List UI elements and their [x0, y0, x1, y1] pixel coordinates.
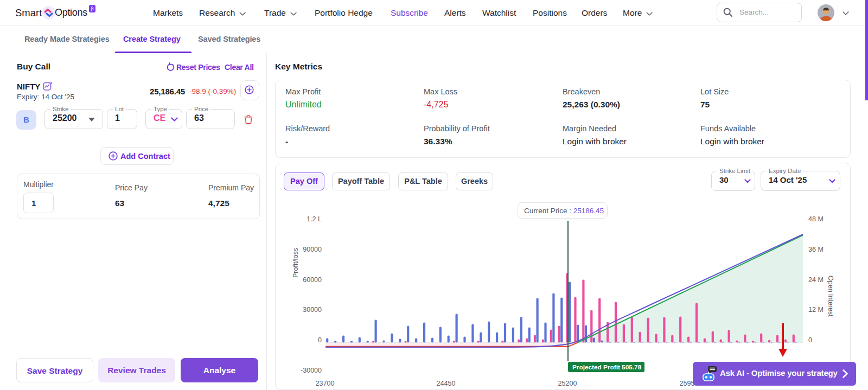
svg-text:Projected Profit 505.78: Projected Profit 505.78 — [572, 363, 642, 371]
